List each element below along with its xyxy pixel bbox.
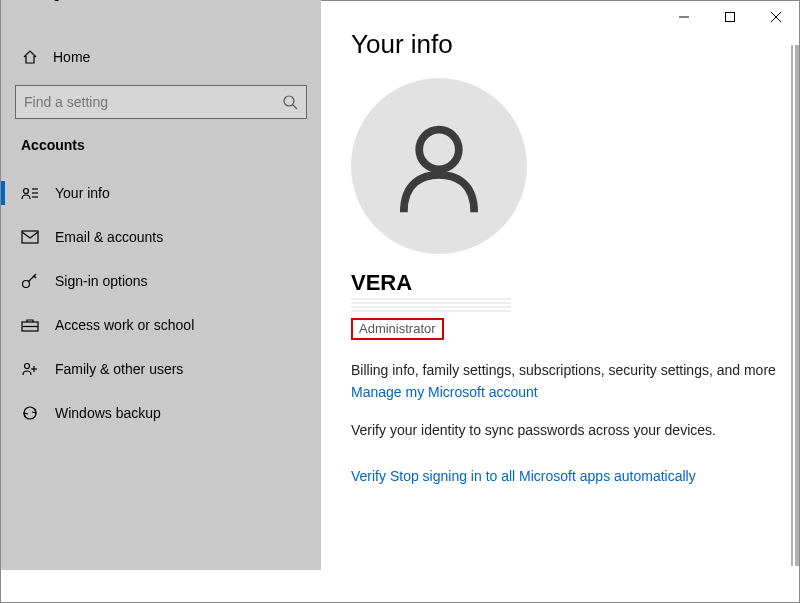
- key-icon: [21, 273, 39, 289]
- briefcase-icon: [21, 318, 39, 332]
- window-controls: [661, 1, 799, 33]
- page-heading: Your info: [351, 29, 799, 60]
- nav-label: Email & accounts: [55, 229, 163, 245]
- nav-label: Your info: [55, 185, 110, 201]
- nav-signin-options[interactable]: Sign-in options: [1, 259, 321, 303]
- search-box[interactable]: [15, 85, 307, 119]
- manage-account-link[interactable]: Manage my Microsoft account: [351, 384, 538, 400]
- search-icon: [282, 94, 298, 110]
- nav-family-users[interactable]: Family & other users: [1, 347, 321, 391]
- content-area: Your info VERA Administrator Billing inf…: [321, 1, 799, 570]
- scrollbar-track: [791, 45, 793, 566]
- role-highlight: Administrator: [351, 318, 444, 340]
- scrollbar[interactable]: [795, 45, 799, 566]
- nav-label: Family & other users: [55, 361, 183, 377]
- nav-label: Windows backup: [55, 405, 161, 421]
- verify-text: Verify your identity to sync passwords a…: [351, 422, 799, 438]
- close-button[interactable]: [753, 1, 799, 33]
- redacted-email: [351, 298, 511, 312]
- stop-signin-link[interactable]: Stop signing in to all Microsoft apps au…: [390, 468, 696, 484]
- minimize-button[interactable]: [661, 1, 707, 33]
- verify-link[interactable]: Verify: [351, 468, 386, 484]
- home-nav[interactable]: Home: [1, 37, 321, 77]
- svg-point-3: [24, 189, 29, 194]
- sidebar: Settings Home Accounts: [1, 0, 321, 570]
- username: VERA: [351, 270, 799, 296]
- svg-point-13: [25, 364, 30, 369]
- window-body: Settings Home Accounts: [1, 1, 799, 570]
- maximize-button[interactable]: [707, 1, 753, 33]
- svg-point-8: [23, 281, 30, 288]
- nav-windows-backup[interactable]: Windows backup: [1, 391, 321, 435]
- svg-point-1: [284, 96, 294, 106]
- nav-label: Sign-in options: [55, 273, 148, 289]
- window-title: Settings: [17, 0, 68, 1]
- nav-label: Access work or school: [55, 317, 194, 333]
- back-button[interactable]: [1, 0, 17, 1]
- home-label: Home: [53, 49, 90, 65]
- section-heading: Accounts: [1, 137, 321, 153]
- svg-rect-7: [22, 231, 38, 243]
- search-input[interactable]: [24, 94, 282, 110]
- sync-icon: [21, 405, 39, 421]
- nav-your-info[interactable]: Your info: [1, 171, 321, 215]
- person-card-icon: [21, 185, 39, 201]
- svg-line-2: [293, 105, 297, 109]
- svg-line-9: [29, 274, 37, 282]
- svg-line-10: [34, 276, 36, 278]
- user-icon: [384, 111, 494, 221]
- svg-point-16: [419, 130, 459, 170]
- nav-access-work-school[interactable]: Access work or school: [1, 303, 321, 347]
- mail-icon: [21, 230, 39, 244]
- role-label: Administrator: [359, 321, 436, 336]
- billing-text: Billing info, family settings, subscript…: [351, 362, 799, 378]
- avatar: [351, 78, 527, 254]
- nav-email-accounts[interactable]: Email & accounts: [1, 215, 321, 259]
- people-icon: [21, 361, 39, 377]
- home-icon: [21, 49, 39, 65]
- settings-window: Settings Home Accounts: [0, 0, 800, 603]
